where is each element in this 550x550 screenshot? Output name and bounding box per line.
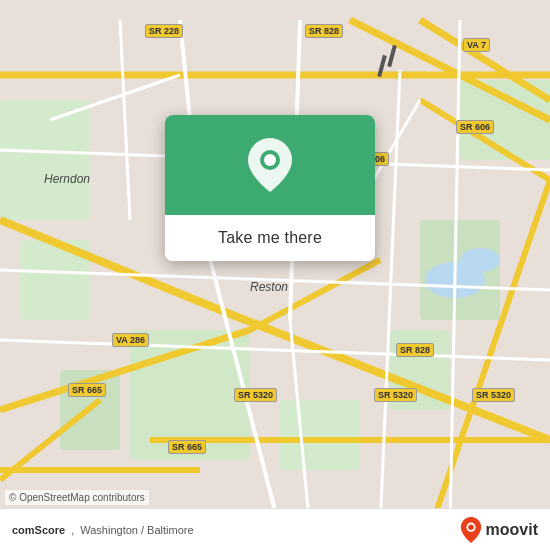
- attribution-bar: comScore , Washington / Baltimore moovit: [0, 508, 550, 550]
- location-popup: Take me there: [165, 115, 375, 261]
- company-name: comScore: [12, 524, 65, 536]
- take-me-there-button[interactable]: Take me there: [165, 215, 375, 261]
- map-container: SR 228 SR 828 VA 7 SR 606 606 Herndon Re…: [0, 0, 550, 550]
- svg-point-10: [460, 248, 500, 272]
- location-pin-icon: [248, 138, 292, 192]
- svg-rect-6: [280, 400, 360, 470]
- svg-point-42: [468, 524, 474, 530]
- moovit-brand-text: moovit: [486, 521, 538, 539]
- svg-point-40: [264, 154, 276, 166]
- popup-header: [165, 115, 375, 215]
- moovit-pin-icon: [460, 517, 482, 543]
- moovit-logo: moovit: [460, 517, 538, 543]
- osm-attribution: © OpenStreetMap contributors: [5, 490, 149, 505]
- map-background: [0, 0, 550, 550]
- separator: ,: [71, 524, 74, 536]
- region-label: Washington / Baltimore: [80, 524, 193, 536]
- svg-rect-1: [0, 100, 90, 220]
